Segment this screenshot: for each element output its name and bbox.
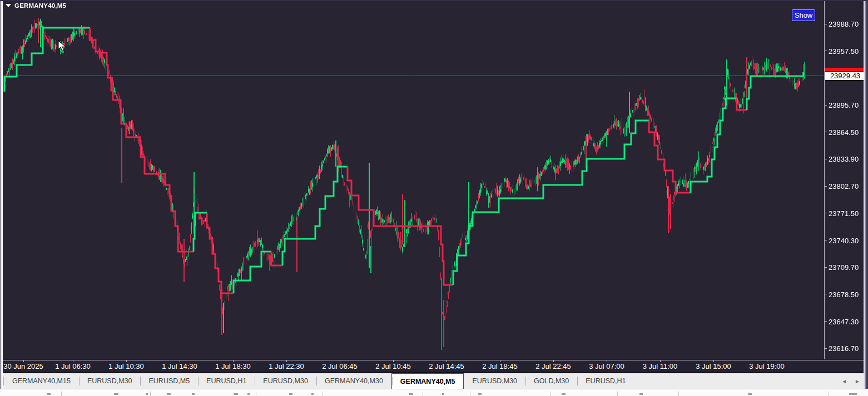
clipped-glyph-fragment <box>114 393 118 395</box>
time-tick-label: 3 Jul 11:00 <box>643 362 678 370</box>
mouse-cursor <box>57 40 68 52</box>
price-tick-label: 23864.50 <box>829 128 859 136</box>
time-tick-label: 3 Jul 15:00 <box>696 362 731 370</box>
clipped-glyph-fragment <box>234 393 238 395</box>
window-frame-left <box>0 0 3 389</box>
scroll-left-icon[interactable]: ◄ <box>841 378 847 384</box>
time-tick-label: 1 Jul 22:30 <box>269 362 304 370</box>
current-price-label: 23929.43 <box>825 71 866 81</box>
triangle-down-icon <box>6 4 11 7</box>
chart-tab-eurusd-h1[interactable]: EURUSD,H1 <box>577 373 634 389</box>
clipped-separator <box>256 392 256 396</box>
price-axis-line <box>824 1 825 359</box>
symbol-dropdown[interactable]: GERMANY40,M5 <box>6 2 66 9</box>
chart-tab-eurusd-m5[interactable]: EURUSD,M5 <box>140 373 198 389</box>
chart-tab-germany40-m5[interactable]: GERMANY40,M5 <box>391 373 464 389</box>
time-tick-label: 2 Jul 14:45 <box>429 362 464 370</box>
clipped-separator <box>323 392 323 396</box>
clipped-separator <box>550 392 551 396</box>
clipped-glyph-fragment <box>146 393 148 395</box>
time-tick-label: 1 Jul 10:30 <box>108 362 144 370</box>
price-tick-label: 23771.50 <box>829 209 859 217</box>
symbol-label-text: GERMANY40,M5 <box>14 2 66 9</box>
time-tick-label: 3 Jul 07:00 <box>589 362 624 370</box>
clipped-glyph-fragment <box>289 393 292 395</box>
clipped-glyph-fragment <box>47 393 51 395</box>
window-frame-right <box>864 0 868 389</box>
clipped-glyph-fragment <box>442 393 444 395</box>
chart-tab-eurusd-m30[interactable]: EURUSD,M30 <box>79 373 141 389</box>
chart-tab-eurusd-m30[interactable]: EURUSD,M30 <box>464 373 525 389</box>
clipped-glyph-fragment <box>478 393 482 395</box>
price-tick-label: 23988.70 <box>829 20 859 28</box>
chart-tab-germany40-m30[interactable]: GERMANY40,M30 <box>316 373 391 389</box>
chart-tab-eurusd-m30[interactable]: EURUSD,M30 <box>255 373 316 389</box>
time-tick-label: 2 Jul 22:45 <box>535 362 571 370</box>
price-tick-label: 23740.30 <box>829 236 859 244</box>
clipped-separator <box>61 392 62 396</box>
time-tick-label: 30 Jun 2025 <box>3 362 43 370</box>
chart-tab-bar: GERMANY40,M15EURUSD,M30EURUSD,M5EURUSD,H… <box>0 372 868 389</box>
clipped-separator <box>617 392 618 396</box>
price-tick-label: 23678.50 <box>829 290 859 298</box>
time-tick-label: 1 Jul 06:30 <box>55 362 91 370</box>
clipped-glyph-fragment <box>562 393 566 395</box>
time-tick-label: 2 Jul 18:45 <box>482 362 518 370</box>
price-tick-label: 23957.50 <box>829 47 859 55</box>
chart-tab-eurusd-h1[interactable]: EURUSD,H1 <box>198 373 255 389</box>
clipped-separator <box>470 392 470 396</box>
time-tick-label: 3 Jul 19:00 <box>749 362 785 370</box>
price-tick-label: 23709.70 <box>829 263 859 272</box>
price-chart-canvas[interactable] <box>0 0 868 360</box>
window-frame-top <box>0 0 868 1</box>
time-tick-label: 2 Jul 06:45 <box>322 362 358 370</box>
clipped-separator <box>150 392 151 396</box>
chart-window: GERMANY40,M5 Show 23988.7023957.5023926.… <box>0 0 868 396</box>
clipped-glyph-fragment <box>849 393 857 395</box>
clipped-separator <box>423 392 423 396</box>
chart-tab-gold-m30[interactable]: GOLD,M30 <box>525 373 577 389</box>
price-tick-label: 23833.90 <box>829 155 859 163</box>
chart-area[interactable] <box>0 0 868 360</box>
price-tick-label: 23895.70 <box>829 101 859 109</box>
clipped-glyph-fragment <box>311 393 314 395</box>
price-tick-label: 23802.70 <box>829 182 859 191</box>
clipped-glyph-fragment <box>167 393 171 395</box>
time-tick-label: 1 Jul 14:30 <box>162 362 197 370</box>
scroll-right-icon[interactable]: ► <box>855 378 860 384</box>
clipped-separator <box>829 392 829 396</box>
show-button[interactable]: Show <box>792 9 815 21</box>
time-tick-label: 2 Jul 10:45 <box>375 362 411 370</box>
clipped-glyph-fragment <box>748 393 752 395</box>
time-tick-label: 1 Jul 18:30 <box>215 362 251 370</box>
clipped-glyph-fragment <box>409 393 413 395</box>
clipped-separator <box>678 392 679 396</box>
time-axis[interactable]: 30 Jun 20251 Jul 06:301 Jul 10:301 Jul 1… <box>0 360 868 372</box>
price-axis[interactable]: 23988.7023957.5023926.9023895.7023864.50… <box>824 0 868 360</box>
clipped-glyph-fragment <box>247 393 250 395</box>
chart-tab-germany40-m15[interactable]: GERMANY40,M15 <box>4 373 79 389</box>
clipped-glyph-fragment <box>192 393 195 395</box>
clipped-glyph-fragment <box>639 393 643 395</box>
price-tick-label: 23647.30 <box>829 317 859 325</box>
price-tick-label: 23616.70 <box>829 344 859 353</box>
clipped-separator <box>748 392 748 396</box>
clipped-second-row <box>0 389 868 396</box>
